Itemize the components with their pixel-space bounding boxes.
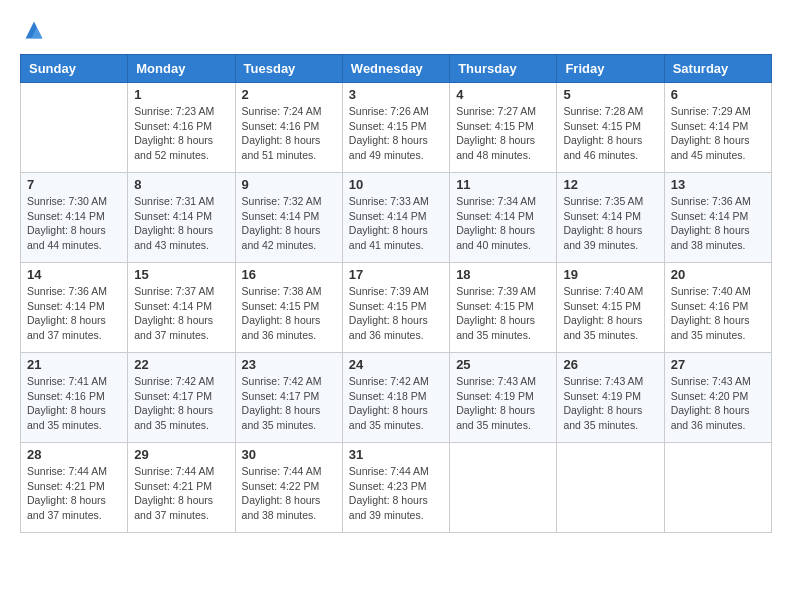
day-number: 14 (27, 267, 121, 282)
day-info: Sunrise: 7:44 AMSunset: 4:23 PMDaylight:… (349, 464, 443, 523)
calendar-cell: 26Sunrise: 7:43 AMSunset: 4:19 PMDayligh… (557, 353, 664, 443)
calendar-header-row: SundayMondayTuesdayWednesdayThursdayFrid… (21, 55, 772, 83)
calendar-week-row: 7Sunrise: 7:30 AMSunset: 4:14 PMDaylight… (21, 173, 772, 263)
day-number: 15 (134, 267, 228, 282)
day-info: Sunrise: 7:27 AMSunset: 4:15 PMDaylight:… (456, 104, 550, 163)
day-number: 2 (242, 87, 336, 102)
day-number: 27 (671, 357, 765, 372)
calendar-week-row: 14Sunrise: 7:36 AMSunset: 4:14 PMDayligh… (21, 263, 772, 353)
day-number: 23 (242, 357, 336, 372)
calendar-week-row: 28Sunrise: 7:44 AMSunset: 4:21 PMDayligh… (21, 443, 772, 533)
day-info: Sunrise: 7:42 AMSunset: 4:18 PMDaylight:… (349, 374, 443, 433)
calendar-cell: 17Sunrise: 7:39 AMSunset: 4:15 PMDayligh… (342, 263, 449, 353)
calendar-cell: 10Sunrise: 7:33 AMSunset: 4:14 PMDayligh… (342, 173, 449, 263)
day-info: Sunrise: 7:43 AMSunset: 4:19 PMDaylight:… (563, 374, 657, 433)
calendar-cell: 25Sunrise: 7:43 AMSunset: 4:19 PMDayligh… (450, 353, 557, 443)
day-number: 12 (563, 177, 657, 192)
day-info: Sunrise: 7:23 AMSunset: 4:16 PMDaylight:… (134, 104, 228, 163)
calendar-week-row: 21Sunrise: 7:41 AMSunset: 4:16 PMDayligh… (21, 353, 772, 443)
column-header-sunday: Sunday (21, 55, 128, 83)
day-number: 26 (563, 357, 657, 372)
calendar-cell: 8Sunrise: 7:31 AMSunset: 4:14 PMDaylight… (128, 173, 235, 263)
day-number: 24 (349, 357, 443, 372)
day-number: 22 (134, 357, 228, 372)
calendar-table: SundayMondayTuesdayWednesdayThursdayFrid… (20, 54, 772, 533)
day-info: Sunrise: 7:32 AMSunset: 4:14 PMDaylight:… (242, 194, 336, 253)
calendar-cell: 9Sunrise: 7:32 AMSunset: 4:14 PMDaylight… (235, 173, 342, 263)
calendar-cell (21, 83, 128, 173)
day-number: 5 (563, 87, 657, 102)
day-number: 1 (134, 87, 228, 102)
column-header-tuesday: Tuesday (235, 55, 342, 83)
column-header-wednesday: Wednesday (342, 55, 449, 83)
calendar-cell: 12Sunrise: 7:35 AMSunset: 4:14 PMDayligh… (557, 173, 664, 263)
calendar-cell: 2Sunrise: 7:24 AMSunset: 4:16 PMDaylight… (235, 83, 342, 173)
day-number: 20 (671, 267, 765, 282)
calendar-cell: 18Sunrise: 7:39 AMSunset: 4:15 PMDayligh… (450, 263, 557, 353)
day-info: Sunrise: 7:34 AMSunset: 4:14 PMDaylight:… (456, 194, 550, 253)
day-info: Sunrise: 7:44 AMSunset: 4:21 PMDaylight:… (27, 464, 121, 523)
calendar-cell: 23Sunrise: 7:42 AMSunset: 4:17 PMDayligh… (235, 353, 342, 443)
day-info: Sunrise: 7:41 AMSunset: 4:16 PMDaylight:… (27, 374, 121, 433)
calendar-cell: 29Sunrise: 7:44 AMSunset: 4:21 PMDayligh… (128, 443, 235, 533)
day-number: 7 (27, 177, 121, 192)
day-number: 29 (134, 447, 228, 462)
day-info: Sunrise: 7:35 AMSunset: 4:14 PMDaylight:… (563, 194, 657, 253)
day-number: 31 (349, 447, 443, 462)
day-number: 28 (27, 447, 121, 462)
calendar-cell: 6Sunrise: 7:29 AMSunset: 4:14 PMDaylight… (664, 83, 771, 173)
calendar-cell (450, 443, 557, 533)
calendar-cell (557, 443, 664, 533)
calendar-cell: 30Sunrise: 7:44 AMSunset: 4:22 PMDayligh… (235, 443, 342, 533)
day-info: Sunrise: 7:36 AMSunset: 4:14 PMDaylight:… (27, 284, 121, 343)
day-number: 3 (349, 87, 443, 102)
day-number: 9 (242, 177, 336, 192)
day-info: Sunrise: 7:40 AMSunset: 4:15 PMDaylight:… (563, 284, 657, 343)
day-info: Sunrise: 7:42 AMSunset: 4:17 PMDaylight:… (242, 374, 336, 433)
day-info: Sunrise: 7:44 AMSunset: 4:21 PMDaylight:… (134, 464, 228, 523)
day-info: Sunrise: 7:30 AMSunset: 4:14 PMDaylight:… (27, 194, 121, 253)
day-info: Sunrise: 7:33 AMSunset: 4:14 PMDaylight:… (349, 194, 443, 253)
day-info: Sunrise: 7:24 AMSunset: 4:16 PMDaylight:… (242, 104, 336, 163)
day-info: Sunrise: 7:40 AMSunset: 4:16 PMDaylight:… (671, 284, 765, 343)
day-number: 25 (456, 357, 550, 372)
day-number: 13 (671, 177, 765, 192)
calendar-cell: 1Sunrise: 7:23 AMSunset: 4:16 PMDaylight… (128, 83, 235, 173)
calendar-cell: 7Sunrise: 7:30 AMSunset: 4:14 PMDaylight… (21, 173, 128, 263)
day-number: 17 (349, 267, 443, 282)
day-info: Sunrise: 7:38 AMSunset: 4:15 PMDaylight:… (242, 284, 336, 343)
logo (20, 16, 52, 44)
calendar-cell: 13Sunrise: 7:36 AMSunset: 4:14 PMDayligh… (664, 173, 771, 263)
calendar-week-row: 1Sunrise: 7:23 AMSunset: 4:16 PMDaylight… (21, 83, 772, 173)
calendar-cell: 5Sunrise: 7:28 AMSunset: 4:15 PMDaylight… (557, 83, 664, 173)
calendar-cell: 16Sunrise: 7:38 AMSunset: 4:15 PMDayligh… (235, 263, 342, 353)
day-info: Sunrise: 7:26 AMSunset: 4:15 PMDaylight:… (349, 104, 443, 163)
day-info: Sunrise: 7:29 AMSunset: 4:14 PMDaylight:… (671, 104, 765, 163)
day-number: 4 (456, 87, 550, 102)
day-info: Sunrise: 7:44 AMSunset: 4:22 PMDaylight:… (242, 464, 336, 523)
day-info: Sunrise: 7:39 AMSunset: 4:15 PMDaylight:… (349, 284, 443, 343)
day-info: Sunrise: 7:42 AMSunset: 4:17 PMDaylight:… (134, 374, 228, 433)
calendar-cell: 24Sunrise: 7:42 AMSunset: 4:18 PMDayligh… (342, 353, 449, 443)
day-number: 8 (134, 177, 228, 192)
day-info: Sunrise: 7:31 AMSunset: 4:14 PMDaylight:… (134, 194, 228, 253)
column-header-monday: Monday (128, 55, 235, 83)
column-header-friday: Friday (557, 55, 664, 83)
calendar-cell: 27Sunrise: 7:43 AMSunset: 4:20 PMDayligh… (664, 353, 771, 443)
calendar-cell (664, 443, 771, 533)
calendar-cell: 21Sunrise: 7:41 AMSunset: 4:16 PMDayligh… (21, 353, 128, 443)
column-header-saturday: Saturday (664, 55, 771, 83)
day-number: 19 (563, 267, 657, 282)
calendar-cell: 31Sunrise: 7:44 AMSunset: 4:23 PMDayligh… (342, 443, 449, 533)
calendar-cell: 3Sunrise: 7:26 AMSunset: 4:15 PMDaylight… (342, 83, 449, 173)
day-info: Sunrise: 7:28 AMSunset: 4:15 PMDaylight:… (563, 104, 657, 163)
day-number: 16 (242, 267, 336, 282)
column-header-thursday: Thursday (450, 55, 557, 83)
day-number: 18 (456, 267, 550, 282)
calendar-cell: 11Sunrise: 7:34 AMSunset: 4:14 PMDayligh… (450, 173, 557, 263)
page-header (20, 16, 772, 44)
day-info: Sunrise: 7:36 AMSunset: 4:14 PMDaylight:… (671, 194, 765, 253)
day-number: 6 (671, 87, 765, 102)
calendar-cell: 4Sunrise: 7:27 AMSunset: 4:15 PMDaylight… (450, 83, 557, 173)
day-info: Sunrise: 7:43 AMSunset: 4:20 PMDaylight:… (671, 374, 765, 433)
